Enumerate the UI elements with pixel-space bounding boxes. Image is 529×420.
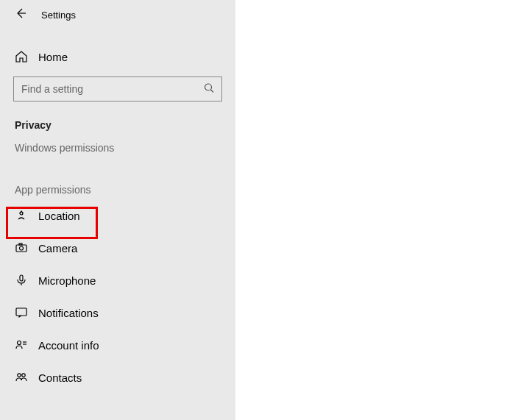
sidebar-home[interactable]: Home xyxy=(0,43,235,71)
svg-point-1 xyxy=(205,84,212,90)
svg-rect-9 xyxy=(16,308,26,316)
account-info-icon xyxy=(15,338,28,352)
sidebar-item-label: Notifications xyxy=(38,307,99,319)
titlebar-left: Settings xyxy=(0,0,235,28)
sidebar-item-label: Camera xyxy=(38,242,77,255)
sidebar-item-camera[interactable]: Camera xyxy=(0,232,235,264)
svg-point-5 xyxy=(20,246,24,250)
svg-point-10 xyxy=(18,341,21,345)
home-icon xyxy=(15,50,28,63)
sidebar-item-label: Account info xyxy=(38,339,99,352)
svg-rect-4 xyxy=(16,245,26,252)
sidebar-item-account-info[interactable]: Account info xyxy=(0,329,235,361)
sidebar-item-label: Location xyxy=(38,210,80,222)
section-app-permissions: App permissions xyxy=(0,177,235,199)
section-windows-permissions[interactable]: Windows permissions xyxy=(0,135,235,157)
contacts-icon xyxy=(15,371,28,384)
sidebar-item-location[interactable]: Location xyxy=(0,199,235,232)
microphone-icon xyxy=(15,274,28,287)
notifications-icon xyxy=(15,306,28,319)
svg-rect-6 xyxy=(19,243,22,245)
svg-rect-7 xyxy=(20,275,23,281)
back-icon[interactable] xyxy=(15,7,26,22)
section-privacy: Privacy xyxy=(0,112,235,135)
home-label: Home xyxy=(38,51,68,63)
svg-line-2 xyxy=(211,90,214,93)
sidebar-item-microphone[interactable]: Microphone xyxy=(0,264,235,296)
search-icon xyxy=(204,83,214,96)
window-title: Settings xyxy=(41,10,76,21)
location-icon xyxy=(15,209,28,222)
svg-point-14 xyxy=(22,374,25,377)
sidebar-item-label: Contacts xyxy=(38,371,82,384)
sidebar: Settings Home Privacy Windows permission… xyxy=(0,0,235,420)
sidebar-item-notifications[interactable]: Notifications xyxy=(0,296,235,329)
camera-icon xyxy=(15,241,28,255)
svg-point-13 xyxy=(18,374,21,377)
search-input[interactable] xyxy=(14,83,221,95)
search-input-wrap[interactable] xyxy=(13,76,222,102)
sidebar-item-contacts[interactable]: Contacts xyxy=(0,361,235,394)
sidebar-item-label: Microphone xyxy=(38,274,96,287)
